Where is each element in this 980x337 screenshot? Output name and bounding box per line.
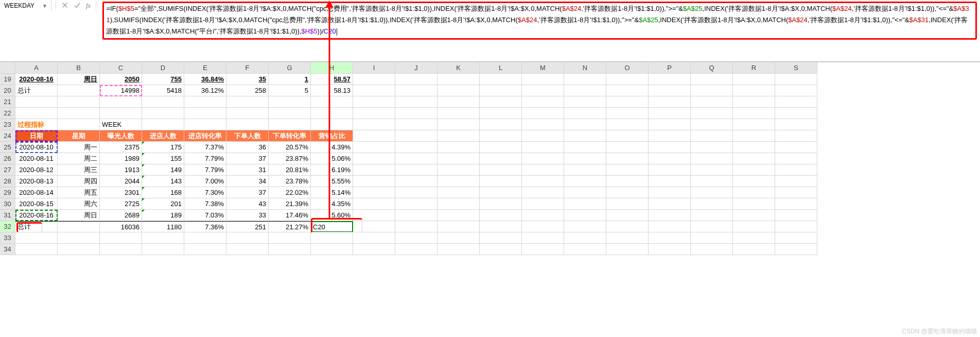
cell-25-G[interactable]: 20.57% <box>269 142 311 153</box>
cell-29-N[interactable] <box>564 187 606 198</box>
cancel-formula-icon[interactable] <box>61 2 68 10</box>
cell-24-K[interactable] <box>437 130 480 142</box>
cell-23-F[interactable] <box>226 119 269 130</box>
cell-27-S[interactable] <box>775 164 817 176</box>
cell-31-G[interactable]: 17.46% <box>269 210 311 221</box>
cell-29-K[interactable] <box>437 187 480 198</box>
row-header-19[interactable]: 19 <box>0 74 15 85</box>
cell-31-S[interactable] <box>775 210 817 221</box>
cell-27-O[interactable] <box>606 164 649 176</box>
cell-32-Q[interactable] <box>691 221 733 232</box>
cell-31-E[interactable]: 7.03% <box>184 210 226 221</box>
cell-34-M[interactable] <box>522 244 564 255</box>
cell-19-S[interactable] <box>775 74 817 85</box>
cell-26-G[interactable]: 23.87% <box>269 153 311 164</box>
cell-30-C[interactable]: 2725 <box>100 198 142 210</box>
col-header-H[interactable]: H <box>311 62 353 74</box>
cell-23-C[interactable]: WEEK <box>100 119 142 130</box>
cell-27-J[interactable] <box>395 164 437 176</box>
cell-21-A[interactable] <box>15 96 58 108</box>
cell-33-A[interactable] <box>15 232 58 244</box>
cell-28-S[interactable] <box>775 176 817 187</box>
cell-26-S[interactable] <box>775 153 817 164</box>
row-header-31[interactable]: 31 <box>0 210 15 221</box>
cell-34-D[interactable] <box>142 244 184 255</box>
cell-24-J[interactable] <box>395 130 437 142</box>
row-header-32[interactable]: 32 <box>0 221 15 232</box>
cell-19-H[interactable]: 58.57 <box>311 74 353 85</box>
cell-25-J[interactable] <box>395 142 437 153</box>
cell-19-P[interactable] <box>649 74 691 85</box>
col-header-G[interactable]: G <box>269 62 311 74</box>
cell-32-D[interactable]: 1180 <box>142 221 184 232</box>
col-header-D[interactable]: D <box>142 62 184 74</box>
cell-25-D[interactable]: 175 <box>142 142 184 153</box>
fx-icon[interactable]: fx <box>86 2 91 10</box>
cell-32-C[interactable]: 16036 <box>100 221 142 232</box>
cell-25-B[interactable]: 周一 <box>58 142 100 153</box>
header-order[interactable]: 下单人数 <box>226 130 269 142</box>
row-header-34[interactable]: 34 <box>0 244 15 255</box>
cell-34-A[interactable] <box>15 244 58 255</box>
cell-28-G[interactable]: 23.78% <box>269 176 311 187</box>
cell-27-R[interactable] <box>733 164 775 176</box>
cell-26-M[interactable] <box>522 153 564 164</box>
cell-20-G[interactable]: 5 <box>269 85 311 96</box>
cell-29-I[interactable] <box>353 187 395 198</box>
cell-34-N[interactable] <box>564 244 606 255</box>
cell-27-M[interactable] <box>522 164 564 176</box>
cell-27-P[interactable] <box>649 164 691 176</box>
cell-19-M[interactable] <box>522 74 564 85</box>
cell-33-N[interactable] <box>564 232 606 244</box>
cell-33-D[interactable] <box>142 232 184 244</box>
cell-30-K[interactable] <box>437 198 480 210</box>
cell-21-N[interactable] <box>564 96 606 108</box>
cell-19-R[interactable] <box>733 74 775 85</box>
cell-23-E[interactable] <box>184 119 226 130</box>
cell-32-R[interactable] <box>733 221 775 232</box>
cell-23-K[interactable] <box>437 119 480 130</box>
accept-formula-icon[interactable] <box>74 2 81 10</box>
cell-29-Q[interactable] <box>691 187 733 198</box>
cell-34-I[interactable] <box>353 244 395 255</box>
cell-21-K[interactable] <box>437 96 480 108</box>
cell-20-N[interactable] <box>564 85 606 96</box>
cell-25-E[interactable]: 7.37% <box>184 142 226 153</box>
cell-26-E[interactable]: 7.79% <box>184 153 226 164</box>
cell-31-I[interactable] <box>353 210 395 221</box>
cell-20-E[interactable]: 36.12% <box>184 85 226 96</box>
cell-26-J[interactable] <box>395 153 437 164</box>
name-box[interactable]: ▼ <box>0 0 51 11</box>
cell-19-G[interactable]: 1 <box>269 74 311 85</box>
cell-26-I[interactable] <box>353 153 395 164</box>
cell-28-D[interactable]: 143 <box>142 176 184 187</box>
cell-28-C[interactable]: 2044 <box>100 176 142 187</box>
cell-25-A[interactable]: 2020-08-10 <box>15 142 58 153</box>
cell-31-M[interactable] <box>522 210 564 221</box>
cell-21-L[interactable] <box>480 96 522 108</box>
row-header-27[interactable]: 27 <box>0 164 15 176</box>
cell-32-L[interactable] <box>480 221 522 232</box>
cell-20-Q[interactable] <box>691 85 733 96</box>
cell-33-Q[interactable] <box>691 232 733 244</box>
cell-27-I[interactable] <box>353 164 395 176</box>
cell-21-J[interactable] <box>395 96 437 108</box>
cell-21-E[interactable] <box>184 96 226 108</box>
cell-29-B[interactable]: 周五 <box>58 187 100 198</box>
cell-20-R[interactable] <box>733 85 775 96</box>
cell-28-R[interactable] <box>733 176 775 187</box>
cell-23-O[interactable] <box>606 119 649 130</box>
cell-20-A[interactable]: 总计 <box>15 85 58 96</box>
header-marketing[interactable]: 营销占比 <box>311 130 353 142</box>
cell-31-D[interactable]: 189 <box>142 210 184 221</box>
cell-32-J[interactable] <box>395 221 437 232</box>
cell-25-L[interactable] <box>480 142 522 153</box>
row-header-22[interactable]: 22 <box>0 108 15 119</box>
col-header-Q[interactable]: Q <box>691 62 733 74</box>
cell-24-R[interactable] <box>733 130 775 142</box>
cell-30-L[interactable] <box>480 198 522 210</box>
cell-30-J[interactable] <box>395 198 437 210</box>
cell-26-N[interactable] <box>564 153 606 164</box>
cell-23-G[interactable] <box>269 119 311 130</box>
cell-32-F[interactable]: 251 <box>226 221 269 232</box>
